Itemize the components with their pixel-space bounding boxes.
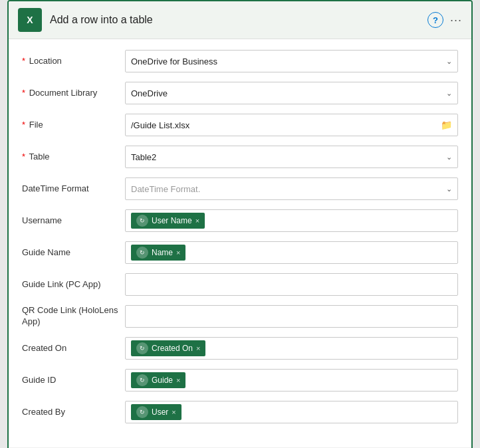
required-star: * xyxy=(22,56,25,66)
tag-close-icon[interactable]: × xyxy=(172,408,176,416)
field-created-by: Created By ↻ User × xyxy=(22,399,458,425)
input-document-library[interactable]: OneDrive ⌄ xyxy=(125,82,458,104)
input-username[interactable]: ↻ User Name × xyxy=(125,209,458,232)
label-created-on: Created On xyxy=(22,343,125,354)
tag-container-created-on: ↻ Created On × xyxy=(131,340,452,356)
label-created-by: Created By xyxy=(22,407,125,418)
tag-created-on-text: Created On xyxy=(152,344,193,353)
field-guide-id: Guide ID ↻ Guide × xyxy=(22,368,458,393)
field-qr-code-link: QR Code Link (HoloLens App) xyxy=(22,304,458,329)
tag-container-username: ↻ User Name × xyxy=(131,213,452,229)
tag-guide-id-text: Guide xyxy=(152,376,173,385)
tag-guide-id: ↻ Guide × xyxy=(131,372,185,388)
tag-close-icon[interactable]: × xyxy=(196,344,200,352)
label-qr-code-link: QR Code Link (HoloLens App) xyxy=(22,305,125,328)
label-table: * Table xyxy=(22,152,125,163)
location-value: OneDrive for Business xyxy=(131,56,446,66)
label-guide-link: Guide Link (PC App) xyxy=(22,279,125,290)
tag-close-icon[interactable]: × xyxy=(176,249,180,257)
label-document-library: * Document Library xyxy=(22,88,125,99)
label-guide-name: Guide Name xyxy=(22,247,125,259)
tag-close-icon[interactable]: × xyxy=(176,376,180,384)
tag-guide-name: ↻ Name × xyxy=(131,245,185,261)
folder-icon: 📁 xyxy=(441,120,452,130)
required-star: * xyxy=(22,88,25,98)
document-library-value: OneDrive xyxy=(131,88,446,98)
input-guide-id[interactable]: ↻ Guide × xyxy=(125,369,458,392)
table-value: Table2 xyxy=(131,152,446,162)
card-title: Add a row into a table xyxy=(50,14,420,26)
tag-created-on: ↻ Created On × xyxy=(131,340,205,356)
refresh-icon: ↻ xyxy=(136,374,148,386)
label-file: * File xyxy=(22,120,125,131)
field-table: * Table Table2 ⌄ xyxy=(22,144,458,169)
tag-close-icon[interactable]: × xyxy=(195,217,199,225)
field-document-library: * Document Library OneDrive ⌄ xyxy=(22,80,458,106)
required-star: * xyxy=(22,152,25,162)
field-created-on: Created On ↻ Created On × xyxy=(22,336,458,361)
help-button[interactable]: ? xyxy=(427,12,443,28)
tag-created-by-text: User xyxy=(152,407,168,417)
datetime-format-placeholder: DateTime Format. xyxy=(131,184,200,194)
field-guide-link: Guide Link (PC App) xyxy=(22,272,458,297)
chevron-down-icon: ⌄ xyxy=(446,89,452,98)
label-location: * Location xyxy=(22,56,125,67)
field-location: * Location OneDrive for Business ⌄ xyxy=(22,49,458,74)
card-header: X Add a row into a table ? ··· xyxy=(9,1,471,39)
excel-icon: X xyxy=(18,8,42,32)
field-guide-name: Guide Name ↻ Name × xyxy=(22,240,458,265)
input-file[interactable]: /Guide List.xlsx 📁 xyxy=(125,114,458,136)
label-username: Username xyxy=(22,215,125,227)
refresh-icon: ↻ xyxy=(136,215,148,227)
tag-container-guide-name: ↻ Name × xyxy=(131,245,452,261)
tag-username: ↻ User Name × xyxy=(131,213,205,229)
chevron-down-icon: ⌄ xyxy=(446,185,452,193)
field-datetime-format: DateTime Format DateTime Format. ⌄ xyxy=(22,176,458,201)
refresh-icon: ↻ xyxy=(136,406,148,418)
required-star: * xyxy=(22,120,25,130)
input-guide-name[interactable]: ↻ Name × xyxy=(125,241,458,264)
input-qr-code-link[interactable] xyxy=(125,305,458,328)
input-created-by[interactable]: ↻ User × xyxy=(125,401,458,423)
tag-created-by: ↻ User × xyxy=(131,404,181,420)
label-datetime-format: DateTime Format xyxy=(22,183,125,195)
chevron-down-icon: ⌄ xyxy=(446,153,452,162)
chevron-down-icon: ⌄ xyxy=(446,57,452,66)
input-location[interactable]: OneDrive for Business ⌄ xyxy=(125,50,458,72)
label-guide-id: Guide ID xyxy=(22,375,125,386)
input-table[interactable]: Table2 ⌄ xyxy=(125,146,458,168)
file-value: /Guide List.xlsx xyxy=(131,120,441,130)
field-username: Username ↻ User Name × xyxy=(22,208,458,233)
more-button[interactable]: ··· xyxy=(450,13,462,27)
header-actions: ? ··· xyxy=(427,12,462,28)
card-body: * Location OneDrive for Business ⌄ * Doc… xyxy=(9,39,471,445)
tag-username-text: User Name xyxy=(152,216,192,225)
input-datetime-format[interactable]: DateTime Format. ⌄ xyxy=(125,177,458,200)
add-row-card: X Add a row into a table ? ··· * Locatio… xyxy=(7,0,473,448)
tag-container-guide-id: ↻ Guide × xyxy=(131,372,452,388)
tag-guide-name-text: Name xyxy=(152,248,173,257)
refresh-icon: ↻ xyxy=(136,342,148,354)
field-file: * File /Guide List.xlsx 📁 xyxy=(22,112,458,138)
refresh-icon: ↻ xyxy=(136,247,148,259)
input-created-on[interactable]: ↻ Created On × xyxy=(125,337,458,360)
tag-container-created-by: ↻ User × xyxy=(131,404,452,420)
input-guide-link[interactable] xyxy=(125,273,458,296)
